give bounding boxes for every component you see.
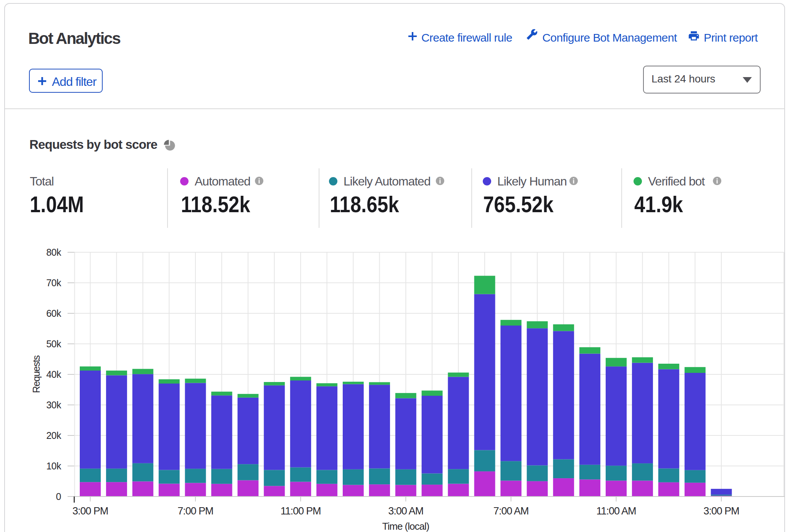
svg-text:3:00 PM: 3:00 PM xyxy=(73,505,108,517)
svg-text:7:00 AM: 7:00 AM xyxy=(493,505,529,517)
svg-text:10k: 10k xyxy=(46,461,61,471)
svg-text:40k: 40k xyxy=(46,369,61,380)
svg-text:60k: 60k xyxy=(46,308,61,319)
svg-text:7:00 PM: 7:00 PM xyxy=(177,505,213,517)
svg-text:20k: 20k xyxy=(46,430,61,441)
svg-text:11:00 PM: 11:00 PM xyxy=(281,505,321,517)
svg-text:70k: 70k xyxy=(46,277,61,288)
svg-text:3:00 AM: 3:00 AM xyxy=(388,505,423,517)
svg-text:Requests: Requests xyxy=(31,355,42,393)
svg-text:11:00 AM: 11:00 AM xyxy=(596,505,636,517)
svg-text:80k: 80k xyxy=(46,247,61,258)
svg-text:0: 0 xyxy=(56,491,61,502)
svg-text:30k: 30k xyxy=(46,400,61,410)
svg-text:Time (local): Time (local) xyxy=(382,521,429,532)
svg-text:3:00 PM: 3:00 PM xyxy=(703,505,739,517)
svg-text:50k: 50k xyxy=(46,339,61,349)
